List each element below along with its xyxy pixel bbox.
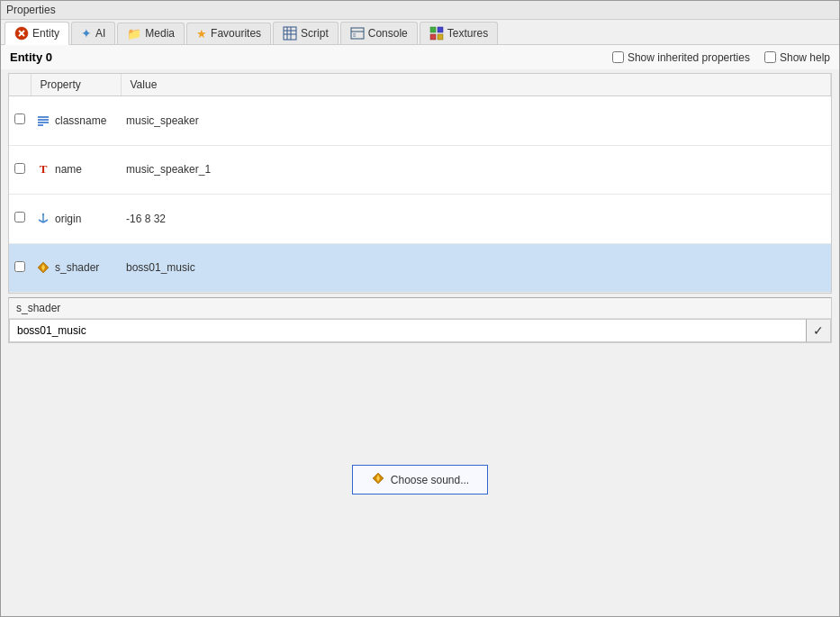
prop-name-origin: origin: [55, 213, 81, 225]
confirm-icon: ✓: [813, 323, 824, 338]
properties-table: Property Value: [9, 74, 831, 293]
tab-favourites-label: Favourites: [211, 27, 261, 40]
console-icon: ≡: [350, 26, 365, 41]
table-row[interactable]: T name music_speaker_1: [9, 145, 831, 195]
tab-console[interactable]: ≡ Console: [340, 22, 418, 44]
shader-icon: [36, 260, 50, 275]
show-help-label[interactable]: Show help: [764, 51, 830, 64]
table-row[interactable]: origin -16 8 32: [9, 195, 831, 244]
tab-media[interactable]: 📁 Media: [117, 23, 185, 44]
header-right: Show inherited properties Show help: [612, 51, 830, 64]
tab-script-label: Script: [301, 27, 329, 40]
tab-textures[interactable]: Textures: [420, 22, 498, 44]
ai-icon: ✦: [81, 26, 92, 41]
title-bar: Properties: [1, 1, 839, 20]
value-row: ✓: [9, 319, 831, 342]
tab-favourites[interactable]: ★ Favourites: [186, 23, 271, 44]
tab-textures-label: Textures: [447, 27, 488, 40]
tab-console-label: Console: [368, 27, 408, 40]
classname-icon: [36, 113, 50, 128]
row-checkbox-name[interactable]: [9, 145, 31, 195]
entity-icon: [14, 26, 29, 41]
choose-sound-label: Choose sound...: [391, 474, 469, 486]
prop-name-name: name: [55, 163, 82, 176]
tab-script[interactable]: Script: [273, 22, 339, 44]
textures-icon: [429, 26, 444, 41]
tab-entity-label: Entity: [32, 27, 59, 40]
value-input[interactable]: [9, 319, 806, 342]
prop-name-classname: classname: [55, 114, 106, 127]
col-checkbox: [9, 74, 31, 96]
media-icon: 📁: [127, 27, 141, 41]
svg-rect-12: [438, 27, 443, 32]
tab-media-label: Media: [145, 27, 175, 40]
prop-name-s_shader: s_shader: [55, 261, 99, 274]
field-label: s_shader: [9, 298, 831, 319]
tab-entity[interactable]: Entity: [5, 22, 69, 45]
row-checkbox-s_shader[interactable]: [9, 243, 31, 293]
table-header-row: Property Value: [9, 74, 831, 96]
favourites-icon: ★: [196, 27, 207, 41]
origin-icon: [36, 212, 50, 226]
prop-value-origin: -16 8 32: [121, 195, 831, 244]
bottom-section: s_shader ✓: [8, 297, 832, 343]
prop-value-classname: music_speaker: [121, 96, 831, 146]
col-value: Value: [121, 74, 831, 96]
table-row[interactable]: classname music_speaker: [9, 96, 831, 146]
prop-value-name: music_speaker_1: [121, 145, 831, 195]
choose-sound-area: Choose sound...: [1, 343, 839, 616]
header-row: Entity 0 Show inherited properties Show …: [1, 45, 839, 69]
col-property: Property: [31, 74, 121, 96]
prop-value-s_shader: boss01_music: [121, 243, 831, 293]
table-row[interactable]: s_shader boss01_music: [9, 243, 831, 293]
properties-window: Properties Entity ✦ AI 📁 Media ★ Favouri…: [0, 0, 840, 617]
show-inherited-checkbox[interactable]: [612, 51, 624, 63]
svg-text:≡: ≡: [353, 32, 357, 38]
confirm-button[interactable]: ✓: [806, 319, 831, 342]
row-checkbox-classname[interactable]: [9, 96, 31, 146]
show-inherited-label[interactable]: Show inherited properties: [612, 51, 750, 64]
tab-ai-label: AI: [95, 27, 105, 40]
script-icon: [283, 26, 297, 41]
name-icon: T: [36, 162, 50, 177]
svg-rect-14: [438, 34, 443, 40]
choose-sound-button[interactable]: Choose sound...: [352, 465, 488, 495]
tab-ai[interactable]: ✦ AI: [71, 22, 115, 44]
properties-panel: Property Value: [8, 73, 832, 294]
svg-rect-3: [284, 27, 296, 40]
svg-rect-11: [430, 27, 436, 32]
sound-icon: [371, 471, 385, 488]
svg-rect-13: [430, 34, 436, 40]
entity-title: Entity 0: [10, 50, 52, 64]
show-help-checkbox[interactable]: [764, 51, 776, 63]
row-checkbox-origin[interactable]: [9, 195, 31, 244]
tab-bar: Entity ✦ AI 📁 Media ★ Favourites: [1, 20, 839, 45]
window-title: Properties: [6, 4, 56, 16]
